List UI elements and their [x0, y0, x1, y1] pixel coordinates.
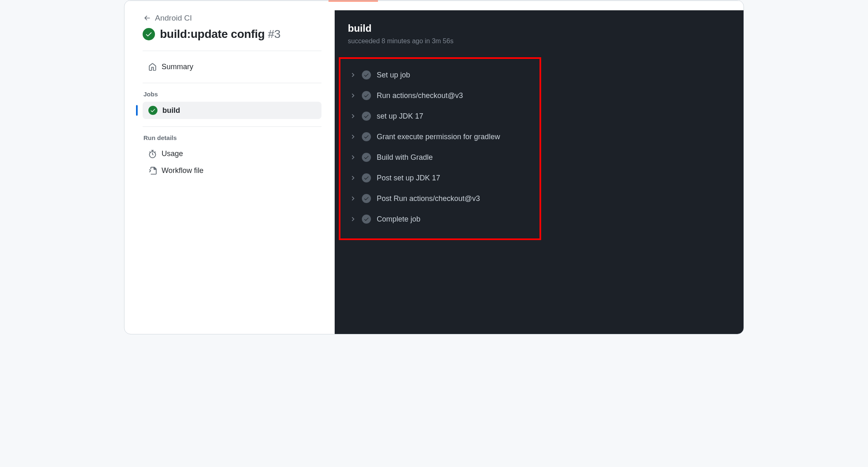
chevron-right-icon [350, 216, 356, 222]
sidebar-item-usage[interactable]: Usage [143, 145, 321, 162]
run-title-row: build:update config #3 [143, 28, 321, 41]
step-label: Post set up JDK 17 [377, 174, 440, 182]
back-button[interactable] [143, 14, 151, 22]
check-icon [150, 107, 156, 113]
step-status-success-icon [362, 215, 371, 224]
run-number: #3 [268, 28, 281, 40]
step-row[interactable]: Post set up JDK 17 [348, 168, 735, 188]
breadcrumb-workflow-name[interactable]: Android CI [155, 14, 192, 23]
sidebar-item-job-build[interactable]: build [143, 102, 321, 119]
step-status-success-icon [362, 153, 371, 162]
sidebar-heading-jobs: Jobs [143, 91, 321, 98]
step-status-success-icon [362, 91, 371, 100]
app-shell: Android CI build:update config #3 Summar… [124, 0, 744, 334]
step-status-success-icon [362, 112, 371, 121]
step-row[interactable]: Set up job [348, 65, 735, 85]
step-label: Complete job [377, 215, 420, 224]
sidebar-heading-run-details: Run details [143, 134, 321, 141]
step-row[interactable]: Run actions/checkout@v3 [348, 85, 735, 106]
step-row[interactable]: Build with Gradle [348, 147, 735, 168]
sidebar-item-workflow-file[interactable]: Workflow file [143, 162, 321, 179]
run-status-success-icon [143, 28, 155, 40]
step-status-success-icon [362, 173, 371, 182]
file-code-icon [148, 167, 157, 175]
job-log-header: build succeeded 8 minutes ago in 3m 56s [335, 23, 744, 50]
sidebar-group-run-details: Run details Usage Workflow file [143, 126, 321, 179]
chevron-right-icon [350, 92, 356, 99]
top-border [124, 0, 744, 2]
run-title-text: build:update config [160, 28, 268, 40]
breadcrumb: Android CI [143, 14, 321, 23]
chevron-right-icon [350, 133, 356, 140]
step-row[interactable]: Complete job [348, 209, 735, 229]
job-log-panel: build succeeded 8 minutes ago in 3m 56s … [335, 10, 744, 334]
stopwatch-icon [148, 150, 157, 158]
check-icon [145, 30, 152, 38]
sidebar-group-summary: Summary [143, 51, 321, 75]
sidebar-item-label: Summary [162, 63, 193, 71]
sidebar-item-label: Usage [162, 149, 183, 158]
job-steps-list: Set up job Run actions/checkout@v3 set u… [335, 57, 744, 240]
step-label: Build with Gradle [377, 153, 433, 162]
sidebar-item-label: Workflow file [162, 166, 204, 175]
job-name: build [348, 23, 730, 34]
step-status-success-icon [362, 132, 371, 141]
run-title: build:update config #3 [160, 28, 281, 41]
step-row[interactable]: set up JDK 17 [348, 106, 735, 126]
chevron-right-icon [350, 113, 356, 119]
chevron-right-icon [350, 154, 356, 161]
job-status-text: succeeded 8 minutes ago in 3m 56s [348, 37, 730, 45]
step-label: Run actions/checkout@v3 [377, 91, 463, 100]
step-row[interactable]: Post Run actions/checkout@v3 [348, 188, 735, 209]
arrow-left-icon [143, 14, 151, 22]
sidebar-item-summary[interactable]: Summary [143, 58, 321, 75]
home-icon [148, 63, 157, 71]
step-label: set up JDK 17 [377, 112, 423, 121]
step-label: Set up job [377, 71, 410, 79]
main-layout: Android CI build:update config #3 Summar… [124, 0, 744, 334]
step-status-success-icon [362, 194, 371, 203]
step-label: Grant execute permission for gradlew [377, 133, 500, 141]
accent-tab-underline [328, 0, 378, 2]
step-status-success-icon [362, 70, 371, 79]
sidebar: Android CI build:update config #3 Summar… [124, 10, 335, 334]
chevron-right-icon [350, 175, 356, 181]
chevron-right-icon [350, 195, 356, 202]
step-row[interactable]: Grant execute permission for gradlew [348, 126, 735, 147]
sidebar-group-jobs: Jobs build [143, 83, 321, 119]
step-label: Post Run actions/checkout@v3 [377, 194, 480, 203]
job-status-success-icon [148, 106, 157, 115]
chevron-right-icon [350, 72, 356, 78]
sidebar-item-label: build [162, 106, 180, 115]
